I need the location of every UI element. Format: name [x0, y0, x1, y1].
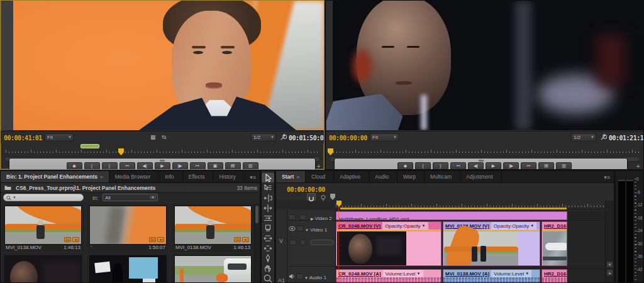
export-frame-button[interactable]: ▣ [208, 162, 223, 170]
sequence-tab[interactable]: Adaptive [334, 171, 369, 182]
rate-stretch-tool[interactable] [262, 213, 274, 223]
hand-tool[interactable] [262, 264, 274, 273]
program-ruler[interactable] [326, 143, 644, 157]
clip-effect-badge[interactable]: Opacity:Opacity▼ [382, 222, 428, 230]
bin-item[interactable]: 111◄) '1:50:07 [87, 204, 169, 252]
timeline-clip-mvi0138-v[interactable]: MVI_0138.MOV [V] Opacity:Opacity▼ [443, 221, 540, 266]
source-indicator-video[interactable]: V [279, 238, 283, 244]
slip-tool[interactable] [262, 233, 274, 243]
breadcrumb[interactable]: CS6_Press_Tour.prproj\1. Project Panel E… [16, 185, 155, 191]
work-area-bar[interactable] [340, 208, 567, 209]
timeline-scrollbar[interactable]: ▼ ▲ [605, 201, 613, 282]
sequence-tab[interactable]: Adjustment [460, 171, 502, 182]
mark-out-button[interactable]: } [102, 162, 118, 170]
overwrite-button[interactable]: ▥ [243, 162, 258, 170]
sequence-tab[interactable]: Cloud [306, 171, 334, 182]
clip-thumbnail[interactable]: 111◄) [174, 206, 252, 245]
bin-item[interactable]: 111◄) MVI_0138.MOV1:46:13 [2, 204, 84, 252]
sequence-tab[interactable]: Start × [276, 171, 306, 182]
timeline-clip-hr2-a[interactable]: HR2_D163. [541, 269, 567, 283]
mark-in-button[interactable]: { [84, 162, 100, 170]
output-icon[interactable]: ▦ [150, 134, 156, 140]
timeline-clip-mvi0138-a[interactable]: MVI_0138.MOV [A] Volume:Level▼ [443, 269, 540, 283]
clip-thumbnail[interactable]: 111◄) [4, 206, 82, 245]
timeline-clip-hr2-v[interactable]: HR2_D163. [541, 221, 567, 266]
play-button[interactable]: ▶ [486, 162, 501, 170]
selection-tool[interactable] [262, 173, 274, 182]
panel-tab[interactable]: Media Browser [109, 171, 160, 182]
pen-tool[interactable] [262, 253, 274, 263]
project-scrollbar[interactable] [254, 204, 259, 282]
panel-tab[interactable]: History [213, 171, 244, 182]
clip-name[interactable]: MVI_0138.MOV [6, 245, 42, 252]
source-scrollbar[interactable] [4, 157, 320, 162]
timeline-clip-cr0248-a[interactable]: CR_0248.MOV [A] Volume:Level▼ [336, 269, 441, 283]
program-resolution-select[interactable]: 1/2▼ [571, 133, 596, 142]
step-back-button[interactable]: ◀| [468, 162, 484, 170]
clip-effect-badge[interactable]: Volume:Level▼ [383, 270, 423, 277]
program-current-timecode[interactable]: 00:00:00:00 [329, 135, 367, 142]
toggle-track-audio-icon[interactable] [289, 274, 295, 279]
extract-button[interactable]: ▥ [556, 162, 572, 170]
scroll-arrow-icon[interactable]: ▼ [606, 261, 613, 268]
toggle-track-output-icon[interactable] [289, 214, 296, 220]
encore-chapter-marker-button[interactable] [319, 193, 327, 201]
step-forward-button[interactable]: |▶ [172, 162, 188, 170]
filter-select[interactable]: All ▼ [103, 194, 158, 201]
source-current-timecode[interactable]: 00:00:41:01 [4, 135, 42, 142]
source-playhead[interactable] [118, 148, 124, 155]
clip-thumbnail[interactable] [89, 255, 167, 283]
mark-in-button[interactable]: { [415, 162, 431, 170]
button-editor-plus[interactable]: + [636, 162, 640, 170]
go-to-in-button[interactable]: ↤ [450, 162, 466, 170]
timeline-clip-cr0248-v[interactable]: CR_0248.MOV [V] Opacity:Opacity▼ [336, 221, 441, 266]
bin-item[interactable] [2, 253, 84, 283]
panel-menu-icon[interactable]: ▾≡ [246, 171, 260, 183]
panel-tab[interactable]: Bin: 1. Project Panel Enhancements × [1, 171, 109, 182]
collapse-arrow-icon[interactable]: ▼ [305, 228, 309, 232]
sequence-tab[interactable]: Audio [369, 171, 397, 182]
step-forward-button[interactable]: |▶ [503, 162, 519, 170]
source-ruler[interactable] [1, 143, 325, 157]
mark-out-button[interactable]: } [433, 162, 448, 170]
razor-tool[interactable] [262, 223, 274, 233]
volume-rubber-band[interactable] [336, 280, 441, 280]
search-input[interactable]: ▼ [3, 194, 84, 201]
panel-menu-icon[interactable]: ▾≡ [600, 171, 614, 183]
timeline-clip-video2[interactable]: HotWheels_LogoBug_HD1.psd [336, 211, 567, 220]
step-back-button[interactable]: ◀| [137, 162, 153, 170]
program-zoom-select[interactable]: Fit▼ [370, 133, 399, 142]
sync-lock-icon[interactable] [296, 274, 303, 279]
add-marker-button[interactable]: ◆ [397, 162, 413, 170]
sequence-tab[interactable]: Warp [397, 171, 425, 182]
program-scrollbar[interactable] [330, 157, 640, 162]
compare-icon[interactable]: ⇆ [162, 134, 167, 140]
rolling-edit-tool[interactable] [262, 203, 274, 213]
source-indicator-audio[interactable]: A1 [278, 277, 285, 283]
timeline-current-timecode[interactable]: 00:00:00:00 [287, 186, 325, 193]
slide-tool[interactable] [262, 243, 274, 253]
search-scope-arrow-icon[interactable]: ▼ [13, 196, 16, 199]
collapse-arrow-icon[interactable]: ▶ [311, 217, 314, 221]
keyframe-navigator[interactable] [310, 240, 334, 245]
close-icon[interactable]: × [296, 174, 299, 180]
volume-rubber-band[interactable] [443, 280, 540, 280]
sync-lock-icon[interactable] [297, 226, 304, 231]
close-icon[interactable]: × [100, 174, 103, 180]
lift-button[interactable]: ▤ [538, 162, 554, 170]
set-display-style-icon[interactable] [289, 240, 296, 245]
go-to-out-button[interactable]: ↦ [190, 162, 206, 170]
track-select-tool[interactable] [262, 183, 274, 192]
add-marker-button[interactable] [330, 194, 335, 200]
scroll-arrow-icon[interactable]: ▲ [606, 269, 613, 276]
add-marker-button[interactable]: ◆ [67, 162, 82, 170]
panel-tab[interactable]: Effects [183, 171, 214, 182]
play-button[interactable]: ▶ [155, 162, 170, 170]
marker-segment[interactable] [80, 144, 99, 148]
program-playhead[interactable] [328, 148, 333, 155]
go-to-out-button[interactable]: ↦ [521, 162, 536, 170]
ripple-edit-tool[interactable] [262, 193, 274, 203]
source-zoom-select[interactable]: Fit▼ [45, 133, 74, 142]
clip-thumbnail[interactable]: 111◄) [89, 206, 167, 245]
clip-thumbnail[interactable] [4, 255, 82, 283]
